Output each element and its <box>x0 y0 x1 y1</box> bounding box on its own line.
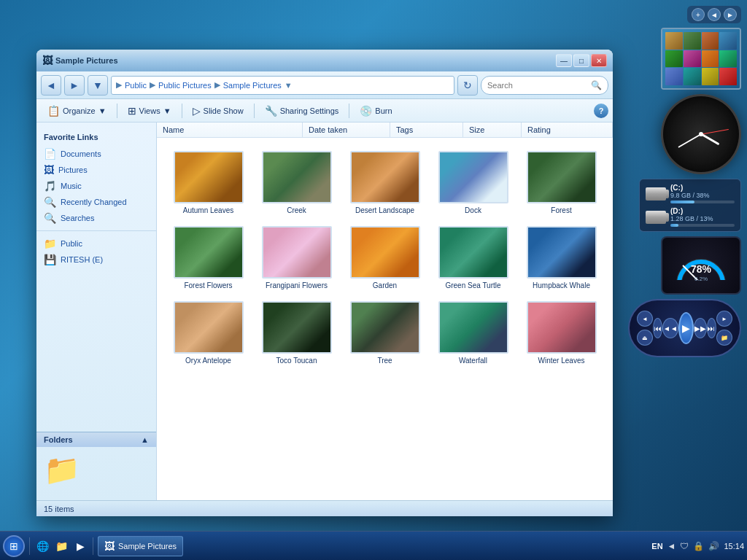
taskbar-speaker-icon[interactable]: 🔊 <box>708 541 719 551</box>
disk-c-size: 9.8 GB / 38% <box>670 192 735 199</box>
widget-add-btn[interactable]: + <box>692 8 705 21</box>
taskbar-app-label: Sample Pictures <box>118 542 177 551</box>
window-icon: 🖼 <box>42 55 53 66</box>
views-button[interactable]: ⊞ Views ▼ <box>121 102 178 120</box>
photo-item-winter-leaves[interactable]: Winter Leaves <box>517 295 605 370</box>
photo-item-autumn-leaves[interactable]: Autumn Leaves <box>164 145 252 220</box>
explorer-window: 🖼 Sample Pictures — □ ✕ ◄ ► ▼ ▶ Public ▶… <box>36 50 613 516</box>
clock-widget <box>661 94 741 174</box>
maximize-button[interactable]: □ <box>573 54 589 67</box>
photo-item-toco-toucan[interactable]: Toco Toucan <box>252 295 341 370</box>
disk-d-bar-fill <box>670 224 678 227</box>
photo-item-dock[interactable]: Dock <box>429 145 517 220</box>
burn-icon: 💿 <box>360 105 372 117</box>
col-size[interactable]: Size <box>463 122 522 137</box>
col-rating[interactable]: Rating <box>522 122 613 137</box>
minimize-button[interactable]: — <box>556 54 572 67</box>
mp-arrow-left-btn[interactable]: ◄ <box>637 311 653 327</box>
sidebar-item-music[interactable]: 🎵 Music <box>36 178 156 194</box>
photo-item-garden[interactable]: Garden <box>341 220 429 295</box>
sidebar-item-searches-label: Searches <box>61 214 94 222</box>
language-indicator[interactable]: EN <box>651 542 662 551</box>
photo-item-desert-landscape[interactable]: Desert Landscape <box>341 145 429 220</box>
breadcrumb-public-pictures[interactable]: Public Pictures <box>158 81 212 90</box>
help-button[interactable]: ? <box>594 104 608 118</box>
photo-item-tree[interactable]: Tree <box>341 295 429 370</box>
views-arrow: ▼ <box>163 106 171 115</box>
photo-thumb-green-sea-turtle <box>438 226 508 279</box>
taskbar-arrow-icon[interactable]: ▶ <box>72 538 88 554</box>
mp-play-btn[interactable]: ▶ <box>678 312 694 344</box>
sidebar-item-searches[interactable]: 🔍 Searches <box>36 210 156 226</box>
photo-thumb-tree <box>350 301 420 354</box>
slideshow-icon: ▷ <box>193 105 201 117</box>
col-name[interactable]: Name <box>157 122 303 137</box>
taskbar-ie-icon[interactable]: 🌐 <box>34 538 50 554</box>
refresh-button[interactable]: ↻ <box>457 75 478 96</box>
burn-button[interactable]: 💿 Burn <box>353 102 398 120</box>
photo-item-creek[interactable]: Creek <box>252 145 341 220</box>
search-input[interactable] <box>487 81 588 90</box>
disk-d-info: (D:) 1.28 GB / 13% <box>670 207 735 227</box>
folders-header[interactable]: Folders ▲ <box>36 432 156 447</box>
widget-next-btn[interactable]: ► <box>724 8 737 21</box>
sidebar-item-documents[interactable]: 📄 Documents <box>36 146 156 162</box>
mediaplayer-widget: ◄ ⏏ ⏮ ◄◄ ▶ ▶▶ ⏭ ► 📁 <box>628 299 741 357</box>
photo-item-waterfall[interactable]: Waterfall <box>429 295 517 370</box>
mp-arrow-right-btn[interactable]: ► <box>716 311 732 327</box>
mp-right-btns: ► 📁 <box>716 311 732 346</box>
sharing-button[interactable]: 🔧 Sharing Settings <box>258 102 346 120</box>
photo-item-forest-flowers[interactable]: Forest Flowers <box>164 220 252 295</box>
sidebar-item-documents-label: Documents <box>61 149 101 158</box>
photo-item-oryx-antelope[interactable]: Oryx Antelope <box>164 295 252 370</box>
search-icon[interactable]: 🔍 <box>591 80 602 90</box>
taskbar-antivirus-icon[interactable]: 🛡 <box>680 541 689 551</box>
sidebar-item-pictures[interactable]: 🖼 Pictures <box>36 162 156 178</box>
mp-left-btns: ◄ ⏏ <box>637 311 653 346</box>
photo-thumb-inner <box>175 303 242 352</box>
photo-thumb-inner <box>440 228 507 277</box>
col-date-taken[interactable]: Date taken <box>303 122 390 137</box>
sidebar-item-public[interactable]: 📁 Public <box>36 236 156 252</box>
thumbnail-preview <box>661 28 741 90</box>
organize-button[interactable]: 📋 Organize ▼ <box>41 102 113 120</box>
slideshow-button[interactable]: ▷ Slide Show <box>186 102 250 120</box>
photo-name-autumn-leaves: Autumn Leaves <box>183 206 234 214</box>
back-button[interactable]: ◄ <box>41 75 61 96</box>
views-label: Views <box>139 106 160 115</box>
sidebar-item-ritesh[interactable]: 💾 RITESH (E) <box>36 252 156 268</box>
photo-item-green-sea-turtle[interactable]: Green Sea Turtle <box>429 220 517 295</box>
mp-next-btn[interactable]: ⏭ <box>707 318 716 338</box>
mp-rewind-btn[interactable]: ◄◄ <box>662 318 678 338</box>
photo-item-frangipani-flowers[interactable]: Frangipani Flowers <box>252 220 341 295</box>
col-tags[interactable]: Tags <box>390 122 463 137</box>
sidebar-item-recently-changed[interactable]: 🔍 Recently Changed <box>36 194 156 210</box>
mp-prev-btn[interactable]: ⏮ <box>653 318 662 338</box>
photo-thumb-creek <box>262 151 332 203</box>
mp-folder-btn[interactable]: 📁 <box>716 330 732 346</box>
disk-c-bar-bg <box>670 201 735 203</box>
mp-eject-btn[interactable]: ⏏ <box>637 330 653 346</box>
disk-c-icon <box>646 187 666 201</box>
widget-prev-btn[interactable]: ◄ <box>708 8 721 21</box>
photo-item-humpback-whale[interactable]: Humpback Whale <box>517 220 605 295</box>
dropdown-button[interactable]: ▼ <box>88 75 108 96</box>
taskbar-network-icon[interactable]: 🔒 <box>693 541 704 551</box>
photo-thumb-desert-landscape <box>350 151 420 203</box>
breadcrumb-sep-3: ▼ <box>285 81 293 90</box>
taskbar-app-sample-pictures[interactable]: 🖼 Sample Pictures <box>98 536 183 556</box>
close-button[interactable]: ✕ <box>591 54 607 67</box>
system-clock: 15:14 <box>724 542 744 551</box>
forward-button[interactable]: ► <box>64 75 85 96</box>
item-count: 15 items <box>44 505 74 513</box>
mp-ffwd-btn[interactable]: ▶▶ <box>694 318 707 338</box>
photo-thumb-forest-flowers <box>174 226 244 279</box>
public-icon: 📁 <box>44 238 56 249</box>
photo-item-forest[interactable]: Forest <box>517 145 605 220</box>
taskbar-arrow-left-icon[interactable]: ◄ <box>667 541 676 551</box>
photo-thumb-inner <box>528 228 595 277</box>
start-button[interactable]: ⊞ <box>3 535 25 557</box>
breadcrumb-sample-pictures[interactable]: Sample Pictures <box>223 81 282 90</box>
breadcrumb-public[interactable]: Public <box>125 81 147 90</box>
taskbar-folder-icon[interactable]: 📁 <box>53 538 69 554</box>
